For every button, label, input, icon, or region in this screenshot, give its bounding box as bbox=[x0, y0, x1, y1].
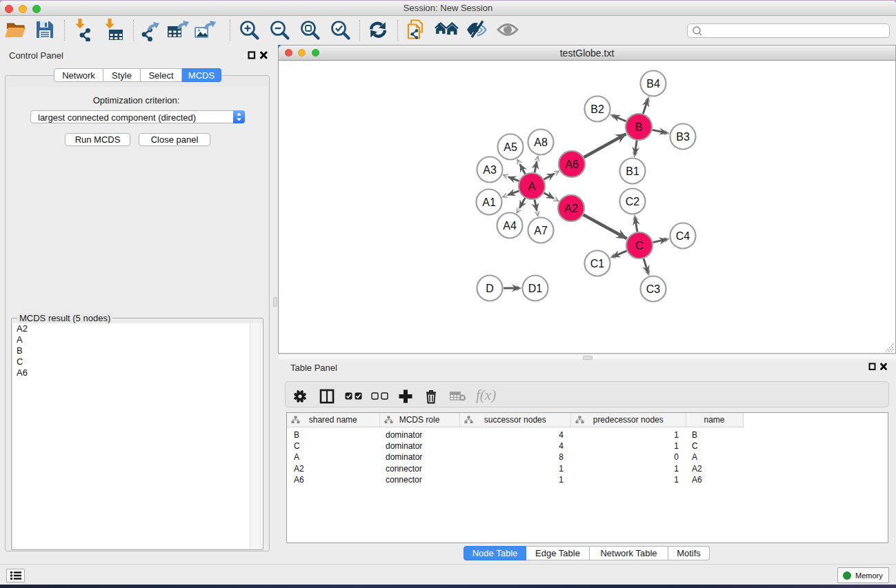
svg-text:C4: C4 bbox=[676, 230, 690, 242]
svg-text:A6: A6 bbox=[565, 159, 579, 170]
svg-text:A2: A2 bbox=[564, 203, 578, 214]
svg-text:D: D bbox=[486, 283, 494, 294]
svg-text:D1: D1 bbox=[528, 283, 543, 294]
svg-text:B3: B3 bbox=[676, 131, 690, 143]
svg-text:A: A bbox=[528, 181, 536, 192]
svg-text:C3: C3 bbox=[646, 283, 661, 295]
svg-text:C: C bbox=[635, 240, 644, 252]
svg-text:A3: A3 bbox=[483, 164, 497, 176]
svg-text:A1: A1 bbox=[482, 196, 496, 208]
svg-text:A8: A8 bbox=[534, 136, 548, 148]
svg-text:B1: B1 bbox=[626, 165, 639, 177]
svg-text:B2: B2 bbox=[590, 103, 604, 115]
svg-text:C2: C2 bbox=[626, 196, 640, 207]
svg-text:B4: B4 bbox=[646, 78, 660, 90]
svg-text:B: B bbox=[635, 121, 643, 133]
svg-text:A7: A7 bbox=[534, 225, 548, 236]
svg-text:A4: A4 bbox=[503, 220, 517, 232]
svg-text:C1: C1 bbox=[590, 258, 605, 270]
svg-text:A5: A5 bbox=[504, 141, 517, 153]
